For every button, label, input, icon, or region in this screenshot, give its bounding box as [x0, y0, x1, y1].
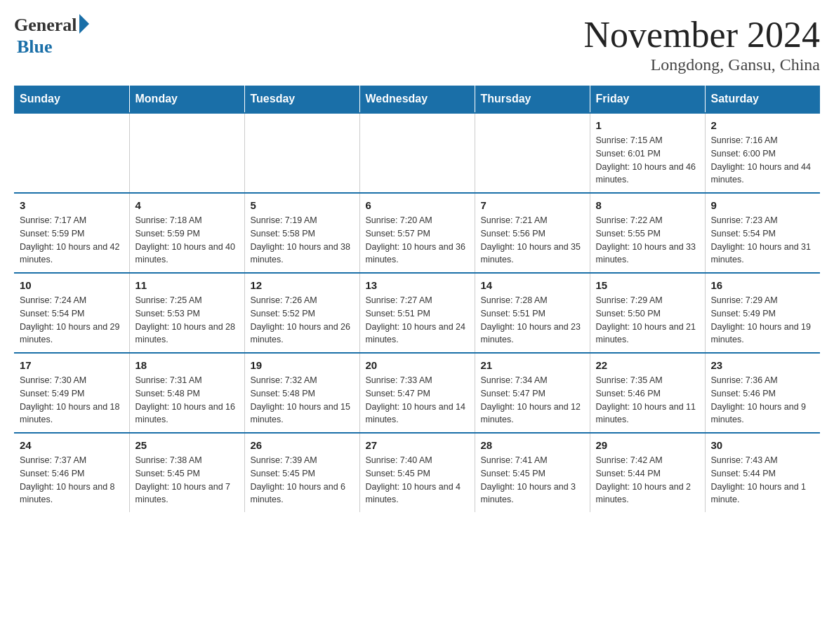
- day-number: 29: [596, 439, 699, 451]
- calendar-cell: 9Sunrise: 7:23 AM Sunset: 5:54 PM Daylig…: [705, 193, 820, 273]
- logo: General Blue: [14, 14, 89, 58]
- calendar-cell: [129, 113, 244, 193]
- calendar-cell: 14Sunrise: 7:28 AM Sunset: 5:51 PM Dayli…: [475, 273, 590, 353]
- day-number: 18: [135, 359, 239, 371]
- day-info: Sunrise: 7:20 AM Sunset: 5:57 PM Dayligh…: [366, 214, 469, 267]
- calendar-cell: 4Sunrise: 7:18 AM Sunset: 5:59 PM Daylig…: [129, 193, 244, 273]
- day-number: 16: [711, 279, 815, 291]
- calendar-cell: 16Sunrise: 7:29 AM Sunset: 5:49 PM Dayli…: [705, 273, 820, 353]
- calendar-cell: 1Sunrise: 7:15 AM Sunset: 6:01 PM Daylig…: [590, 113, 705, 193]
- calendar-table: SundayMondayTuesdayWednesdayThursdayFrid…: [14, 86, 820, 512]
- day-number: 3: [20, 199, 124, 211]
- day-info: Sunrise: 7:38 AM Sunset: 5:45 PM Dayligh…: [135, 454, 239, 507]
- day-number: 14: [481, 279, 584, 291]
- day-number: 5: [251, 199, 354, 211]
- calendar-cell: 8Sunrise: 7:22 AM Sunset: 5:55 PM Daylig…: [590, 193, 705, 273]
- day-number: 2: [711, 119, 815, 131]
- calendar-cell: 13Sunrise: 7:27 AM Sunset: 5:51 PM Dayli…: [359, 273, 475, 353]
- calendar-title: November 2024: [584, 14, 820, 55]
- calendar-cell: 18Sunrise: 7:31 AM Sunset: 5:48 PM Dayli…: [129, 353, 244, 433]
- calendar-header: SundayMondayTuesdayWednesdayThursdayFrid…: [14, 86, 820, 113]
- day-number: 19: [251, 359, 354, 371]
- calendar-cell: 6Sunrise: 7:20 AM Sunset: 5:57 PM Daylig…: [359, 193, 475, 273]
- day-info: Sunrise: 7:15 AM Sunset: 6:01 PM Dayligh…: [596, 134, 699, 187]
- calendar-cell: 5Sunrise: 7:19 AM Sunset: 5:58 PM Daylig…: [244, 193, 359, 273]
- day-info: Sunrise: 7:29 AM Sunset: 5:50 PM Dayligh…: [596, 294, 699, 347]
- day-number: 26: [251, 439, 354, 451]
- calendar-cell: 3Sunrise: 7:17 AM Sunset: 5:59 PM Daylig…: [14, 193, 129, 273]
- calendar-cell: 10Sunrise: 7:24 AM Sunset: 5:54 PM Dayli…: [14, 273, 129, 353]
- calendar-cell: 20Sunrise: 7:33 AM Sunset: 5:47 PM Dayli…: [359, 353, 475, 433]
- calendar-cell: [359, 113, 475, 193]
- day-number: 13: [366, 279, 469, 291]
- day-number: 28: [481, 439, 584, 451]
- day-info: Sunrise: 7:19 AM Sunset: 5:58 PM Dayligh…: [251, 214, 354, 267]
- day-info: Sunrise: 7:29 AM Sunset: 5:49 PM Dayligh…: [711, 294, 815, 347]
- calendar-cell: 26Sunrise: 7:39 AM Sunset: 5:45 PM Dayli…: [244, 433, 359, 512]
- logo-blue-text: Blue: [17, 36, 53, 58]
- day-info: Sunrise: 7:17 AM Sunset: 5:59 PM Dayligh…: [20, 214, 124, 267]
- day-info: Sunrise: 7:34 AM Sunset: 5:47 PM Dayligh…: [481, 374, 584, 427]
- calendar-cell: 15Sunrise: 7:29 AM Sunset: 5:50 PM Dayli…: [590, 273, 705, 353]
- day-number: 1: [596, 119, 699, 131]
- day-info: Sunrise: 7:30 AM Sunset: 5:49 PM Dayligh…: [20, 374, 124, 427]
- calendar-cell: 25Sunrise: 7:38 AM Sunset: 5:45 PM Dayli…: [129, 433, 244, 512]
- day-info: Sunrise: 7:35 AM Sunset: 5:46 PM Dayligh…: [596, 374, 699, 427]
- day-info: Sunrise: 7:31 AM Sunset: 5:48 PM Dayligh…: [135, 374, 239, 427]
- day-number: 12: [251, 279, 354, 291]
- day-info: Sunrise: 7:40 AM Sunset: 5:45 PM Dayligh…: [366, 454, 469, 507]
- day-number: 22: [596, 359, 699, 371]
- day-info: Sunrise: 7:39 AM Sunset: 5:45 PM Dayligh…: [251, 454, 354, 507]
- day-number: 9: [711, 199, 815, 211]
- day-number: 17: [20, 359, 124, 371]
- day-number: 6: [366, 199, 469, 211]
- day-number: 24: [20, 439, 124, 451]
- page-header: General Blue November 2024 Longdong, Gan…: [14, 14, 820, 74]
- calendar-cell: [244, 113, 359, 193]
- day-number: 4: [135, 199, 239, 211]
- day-info: Sunrise: 7:16 AM Sunset: 6:00 PM Dayligh…: [711, 134, 815, 187]
- day-info: Sunrise: 7:36 AM Sunset: 5:46 PM Dayligh…: [711, 374, 815, 427]
- calendar-cell: 23Sunrise: 7:36 AM Sunset: 5:46 PM Dayli…: [705, 353, 820, 433]
- day-number: 25: [135, 439, 239, 451]
- header-friday: Friday: [590, 86, 705, 113]
- day-number: 21: [481, 359, 584, 371]
- day-info: Sunrise: 7:28 AM Sunset: 5:51 PM Dayligh…: [481, 294, 584, 347]
- day-info: Sunrise: 7:41 AM Sunset: 5:45 PM Dayligh…: [481, 454, 584, 507]
- day-number: 7: [481, 199, 584, 211]
- calendar-title-block: November 2024 Longdong, Gansu, China: [584, 14, 820, 74]
- header-saturday: Saturday: [705, 86, 820, 113]
- calendar-week-2: 3Sunrise: 7:17 AM Sunset: 5:59 PM Daylig…: [14, 193, 820, 273]
- calendar-week-1: 1Sunrise: 7:15 AM Sunset: 6:01 PM Daylig…: [14, 113, 820, 193]
- day-number: 23: [711, 359, 815, 371]
- header-row: SundayMondayTuesdayWednesdayThursdayFrid…: [14, 86, 820, 113]
- calendar-week-5: 24Sunrise: 7:37 AM Sunset: 5:46 PM Dayli…: [14, 433, 820, 512]
- day-number: 27: [366, 439, 469, 451]
- calendar-cell: [14, 113, 129, 193]
- day-info: Sunrise: 7:18 AM Sunset: 5:59 PM Dayligh…: [135, 214, 239, 267]
- logo-general-text: General: [14, 15, 77, 36]
- calendar-cell: 30Sunrise: 7:43 AM Sunset: 5:44 PM Dayli…: [705, 433, 820, 512]
- day-number: 30: [711, 439, 815, 451]
- header-wednesday: Wednesday: [359, 86, 475, 113]
- header-tuesday: Tuesday: [244, 86, 359, 113]
- calendar-cell: 17Sunrise: 7:30 AM Sunset: 5:49 PM Dayli…: [14, 353, 129, 433]
- day-info: Sunrise: 7:22 AM Sunset: 5:55 PM Dayligh…: [596, 214, 699, 267]
- logo-triangle-icon: [79, 14, 89, 34]
- calendar-cell: 12Sunrise: 7:26 AM Sunset: 5:52 PM Dayli…: [244, 273, 359, 353]
- calendar-cell: [475, 113, 590, 193]
- day-info: Sunrise: 7:25 AM Sunset: 5:53 PM Dayligh…: [135, 294, 239, 347]
- day-info: Sunrise: 7:33 AM Sunset: 5:47 PM Dayligh…: [366, 374, 469, 427]
- day-info: Sunrise: 7:27 AM Sunset: 5:51 PM Dayligh…: [366, 294, 469, 347]
- calendar-cell: 24Sunrise: 7:37 AM Sunset: 5:46 PM Dayli…: [14, 433, 129, 512]
- day-info: Sunrise: 7:24 AM Sunset: 5:54 PM Dayligh…: [20, 294, 124, 347]
- calendar-cell: 28Sunrise: 7:41 AM Sunset: 5:45 PM Dayli…: [475, 433, 590, 512]
- calendar-cell: 29Sunrise: 7:42 AM Sunset: 5:44 PM Dayli…: [590, 433, 705, 512]
- calendar-cell: 7Sunrise: 7:21 AM Sunset: 5:56 PM Daylig…: [475, 193, 590, 273]
- day-info: Sunrise: 7:26 AM Sunset: 5:52 PM Dayligh…: [251, 294, 354, 347]
- day-number: 11: [135, 279, 239, 291]
- header-monday: Monday: [129, 86, 244, 113]
- day-info: Sunrise: 7:32 AM Sunset: 5:48 PM Dayligh…: [251, 374, 354, 427]
- day-info: Sunrise: 7:42 AM Sunset: 5:44 PM Dayligh…: [596, 454, 699, 507]
- calendar-week-4: 17Sunrise: 7:30 AM Sunset: 5:49 PM Dayli…: [14, 353, 820, 433]
